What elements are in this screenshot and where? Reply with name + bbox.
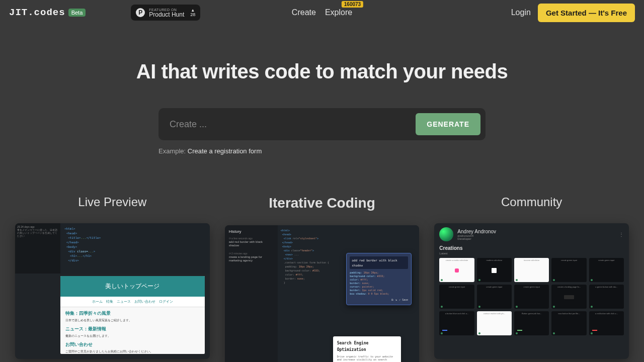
feature-community: Community Andrey Andronov andronov04 Dev… <box>434 195 629 362</box>
cm-tile: create green input <box>514 285 549 309</box>
example-prefix: Example: <box>158 147 188 155</box>
nav-explore-label: Explore <box>325 8 352 17</box>
cm-tile: a red button with click o... <box>589 311 624 335</box>
feature-community-title: Community <box>434 195 629 209</box>
ic-history-item: ⟳ 2 minutes ago create a landing page fo… <box>229 252 274 263</box>
lp-p1: 日本で楽しめる美しい風景写真をご紹介します。 <box>65 318 200 323</box>
features-row: Live Preview JS 24 days ago 青をメインカラーに使った… <box>0 195 644 362</box>
prompt-input[interactable] <box>164 114 411 135</box>
ic-code-panel: <html> <head> <link rel="stylesheet"> </… <box>278 225 420 362</box>
nav-center: Create Explore 160073 <box>292 8 352 17</box>
lp-history-panel: JS 24 days ago 青をメインカラーに使った、日本語の美しいトップペー… <box>15 223 60 274</box>
feature-live-preview: Live Preview JS 24 days ago 青をメインカラーに使った… <box>15 195 210 362</box>
example-link[interactable]: Create a registration form <box>188 147 262 155</box>
lp-p2: 最新のニュースをお届けします。 <box>65 334 200 338</box>
product-hunt-badge[interactable]: P FEATURED ON Product Hunt ▲ 28 <box>131 5 200 21</box>
cm-creations-header: Creations Latest <box>434 245 629 255</box>
cm-tile: modern calculator <box>477 258 512 282</box>
lp-code-panel: <html> <head> <title>...</title> </head>… <box>60 223 210 274</box>
generate-button[interactable]: GENERATE <box>416 113 480 135</box>
cm-user-name: Andrey Andronov <box>457 229 496 234</box>
cm-tile: a button blue and click o... <box>439 311 474 335</box>
prompt-container: GENERATE <box>158 108 486 140</box>
cm-latest-label: Latest <box>439 252 624 255</box>
ic-copy-icon: ⧉ <box>391 298 393 302</box>
community-mock: Andrey Andronov andronov04 Developer ⋮ C… <box>434 223 629 359</box>
feature-live-preview-title: Live Preview <box>15 195 210 209</box>
lp-banner: 美しいトップページ <box>60 276 205 297</box>
hero: AI that writes code to match your needs … <box>0 60 644 155</box>
beta-badge: Beta <box>68 9 86 17</box>
ic-refresh-icon: ↻ <box>395 298 397 302</box>
feature-iterative-coding: Iterative Coding History ⟳ a few seconds… <box>225 195 420 362</box>
lp-h1: 特集：四季折々の風景 <box>65 310 200 317</box>
cm-tile: a green button with dar... <box>589 285 624 309</box>
cm-user-role: Developer <box>457 237 496 240</box>
ic-history-item: ⟳ a few seconds ago add red border with … <box>229 237 274 248</box>
nav-explore[interactable]: Explore 160073 <box>325 8 352 17</box>
ic-history-title: History <box>229 229 274 234</box>
lp-h2: ニュース：最新情報 <box>65 326 200 332</box>
cm-tile: create a matrix calculator <box>439 258 474 282</box>
ic-card-text: Drive organic traffic to your website an… <box>337 355 397 363</box>
ic-card-title: Search Engine Optimization <box>337 340 397 353</box>
cm-tile: contact market with ph... <box>477 311 512 335</box>
avatar <box>439 227 453 241</box>
cm-tile: create a landing page fo... <box>551 285 586 309</box>
cm-tile: Button green-ish bor... <box>514 311 549 335</box>
lp-p3: ご質問やご意見がありましたらお気軽にお問い合わせください。 <box>65 349 200 354</box>
cm-creations-title: Creations <box>439 245 624 251</box>
iterative-mock: History ⟳ a few seconds ago add red bord… <box>225 225 420 362</box>
example-line: Example: Create a registration form <box>158 147 486 155</box>
lp-h3: お問い合わせ <box>65 341 200 348</box>
ic-diff-popup: add red border with black shadow padding… <box>346 253 412 305</box>
login-link[interactable]: Login <box>511 8 531 17</box>
ph-product-label: Product Hunt <box>149 12 184 18</box>
cm-grid: create a matrix calculator modern calcul… <box>434 258 629 335</box>
product-hunt-text: FEATURED ON Product Hunt <box>149 8 184 18</box>
ic-seo-card: Search Engine Optimization Drive organic… <box>333 336 401 362</box>
cta-button[interactable]: Get Started — It's Free <box>538 4 635 22</box>
header: JIT.codes Beta P FEATURED ON Product Hun… <box>0 0 644 25</box>
nav-right: Login Get Started — It's Free <box>511 4 635 22</box>
ic-popup-prompt: add red border with black shadow <box>350 256 408 269</box>
lp-section: 特集：四季折々の風景 日本で楽しめる美しい風景写真をご紹介します。 ニュース：最… <box>60 307 205 354</box>
ph-upvote: ▲ 28 <box>190 9 195 17</box>
ph-upvote-count: 28 <box>190 13 195 17</box>
more-icon: ⋮ <box>619 232 624 237</box>
cm-tile: income calculator <box>514 258 549 282</box>
lp-rendered-page: 美しいトップページ ホーム 特集 ニュース お問い合わせ ログイン 特集：四季折… <box>60 276 205 354</box>
lp-hist-text: 青をメインカラーに使った、日本語の美しいトップページを生成してください <box>17 228 58 237</box>
cm-tile: create green input <box>439 285 474 309</box>
nav-create[interactable]: Create <box>292 8 316 17</box>
logo-area[interactable]: JIT.codes Beta <box>9 7 86 18</box>
ic-popup-save: Save <box>402 298 408 301</box>
live-preview-mock: JS 24 days ago 青をメインカラーに使った、日本語の美しいトップペー… <box>15 223 210 359</box>
cm-tile: new button that pin file... <box>551 311 586 335</box>
logo-text: JIT.codes <box>9 7 65 18</box>
product-hunt-icon: P <box>136 8 145 17</box>
feature-iterative-title: Iterative Coding <box>225 195 420 211</box>
lp-nav: ホーム 特集 ニュース お問い合わせ ログイン <box>60 297 205 307</box>
cm-profile-header: Andrey Andronov andronov04 Developer ⋮ <box>434 223 629 245</box>
cm-tile: create green input <box>589 258 624 282</box>
hero-title: AI that writes code to match your needs <box>0 60 644 83</box>
cm-tile: create green input <box>551 258 586 282</box>
ic-history-panel: History ⟳ a few seconds ago add red bord… <box>225 225 278 362</box>
cm-tile: create green input <box>477 285 512 309</box>
nav-explore-badge: 160073 <box>342 1 363 8</box>
